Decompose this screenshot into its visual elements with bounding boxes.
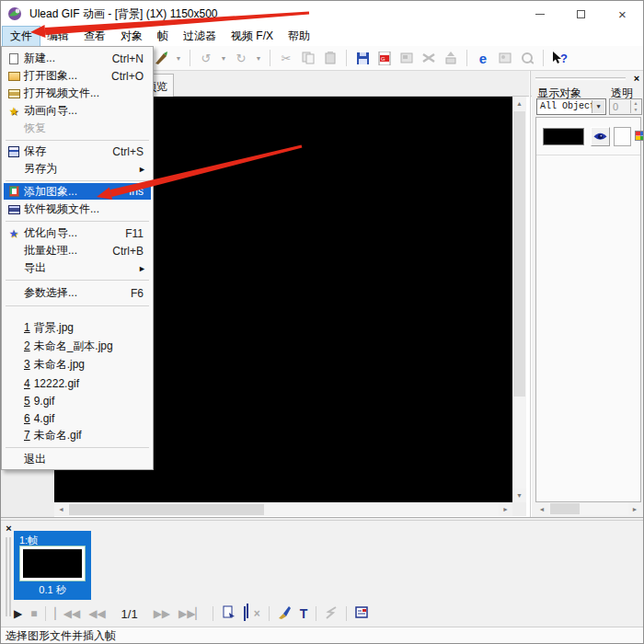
menu-item-exit[interactable]: 退出 [4, 451, 151, 468]
vertical-scrollbar-thumb[interactable] [513, 111, 525, 397]
window-title: Ulead GIF 动画 - [背景] (1X) 1150x500 [29, 6, 218, 22]
menu-item-save[interactable]: 保存 Ctrl+S [4, 143, 151, 160]
duplicate-frame-icon[interactable] [244, 607, 246, 620]
panel-scrollbar-thumb[interactable] [550, 503, 580, 514]
first-frame-button[interactable]: ▏◀◀ [54, 607, 80, 620]
scroll-down-icon[interactable]: ▼ [512, 489, 526, 502]
transparency-spinbox[interactable]: 0 ▲▼ [609, 98, 642, 115]
scroll-up-icon[interactable]: ▲ [512, 97, 526, 110]
object-filter-dropdown[interactable]: All Object: ▼ [536, 98, 606, 115]
frame-properties-icon[interactable] [397, 49, 416, 67]
panel-grip[interactable] [535, 77, 626, 80]
panel-scroll-left-icon[interactable]: ◄ [535, 502, 548, 515]
previous-frame-button[interactable]: ◀◀ [88, 607, 105, 620]
save-frame-icon[interactable] [353, 49, 372, 67]
frame-properties-button-icon[interactable] [355, 605, 369, 622]
undo-icon[interactable]: ↺ [197, 49, 215, 67]
panel-scroll-right-icon[interactable]: ► [628, 502, 641, 515]
cut-icon[interactable]: ✂ [277, 49, 295, 67]
redo-icon[interactable]: ↻ [232, 49, 250, 67]
next-frame-button[interactable]: ▶▶ [154, 607, 170, 620]
horizontal-scrollbar-thumb[interactable] [69, 504, 264, 515]
recent-file-6[interactable]: 64.gif [4, 409, 151, 427]
menu-frame[interactable]: 帧 [150, 27, 176, 46]
recent-file-3[interactable]: 3未命名.jpg [4, 356, 151, 374]
menu-item-open-image[interactable]: 打开图象... Ctrl+O [4, 67, 151, 85]
maximize-button[interactable] [560, 1, 602, 27]
scrollbar-corner [512, 502, 526, 516]
menu-view[interactable]: 查看 [76, 27, 113, 46]
menu-help[interactable]: 帮助 [281, 27, 317, 46]
shuffle-icon[interactable] [420, 49, 438, 67]
scroll-left-icon[interactable]: ◄ [54, 502, 68, 516]
panel-close-icon[interactable]: × [631, 73, 642, 84]
scroll-right-icon[interactable]: ► [499, 502, 512, 516]
menu-item-add-image[interactable]: 添加图象... Ins [4, 183, 151, 200]
palette-icon[interactable] [635, 131, 644, 141]
text-banner-icon[interactable]: T [300, 606, 308, 621]
export-up-icon[interactable] [442, 49, 460, 67]
menu-file[interactable]: 文件 [3, 27, 40, 46]
help-pointer-icon[interactable]: ? [550, 49, 569, 67]
recent-file-7[interactable]: 7未命名.gif [4, 427, 151, 444]
play-button[interactable]: ▶ [14, 607, 22, 620]
recent-file-4[interactable]: 412222.gif [4, 374, 151, 392]
close-button[interactable]: × [602, 1, 643, 27]
frame-panel-grip[interactable] [6, 537, 11, 616]
menu-object[interactable]: 对象 [113, 27, 150, 46]
menu-item-revert[interactable]: 恢复 [4, 120, 151, 137]
playbar-separator [316, 606, 316, 621]
delete-frame-icon[interactable]: × [254, 607, 260, 620]
menu-filters[interactable]: 过滤器 [176, 27, 224, 46]
menu-separator [6, 447, 149, 448]
selection-tool-icon[interactable] [152, 49, 170, 67]
menu-item-new[interactable]: 新建... Ctrl+N [4, 50, 151, 67]
menu-item-save-as[interactable]: 另存为 ► [4, 160, 151, 178]
add-frame-icon[interactable] [222, 605, 236, 622]
playback-toolbar: ▶ ■ ▏◀◀ ◀◀ 1/1 ▶▶ ▶▶▏ × T [14, 603, 369, 625]
stop-button[interactable]: ■ [30, 607, 37, 620]
frame-1-item[interactable]: 1:帧 0.1 秒 [14, 531, 91, 600]
title-bar[interactable]: Ulead GIF 动画 - [背景] (1X) 1150x500 × [1, 1, 643, 27]
menu-separator [6, 140, 149, 141]
paint-frame-icon[interactable] [278, 605, 292, 622]
menu-item-open-video[interactable]: 打开视频文件... [4, 85, 151, 102]
tween-icon[interactable] [325, 606, 338, 622]
submenu-arrow-icon: ► [138, 165, 146, 174]
dropdown-arrow-icon[interactable]: ▼ [592, 100, 604, 113]
playbar-separator [346, 606, 347, 621]
optimize-wizard-icon [4, 227, 24, 240]
visibility-toggle[interactable] [591, 127, 610, 146]
menu-bar: 文件 编辑 查看 对象 帧 过滤器 视频 F/X 帮助 [1, 27, 643, 46]
plugin-icon[interactable] [518, 49, 536, 67]
redo-dropdown-icon[interactable]: ▼ [254, 55, 263, 62]
last-frame-button[interactable]: ▶▶▏ [178, 607, 204, 620]
menu-item-preferences[interactable]: 参数选择... F6 [4, 284, 151, 302]
menu-item-optimize-wizard[interactable]: 优化向导... F11 [4, 224, 151, 242]
tool-dropdown-icon[interactable]: ▼ [174, 55, 183, 62]
playbar-separator [269, 606, 270, 621]
menu-item-animation-wizard[interactable]: 动画向导... [4, 102, 151, 120]
menu-item-add-video[interactable]: 软件视频文件... [4, 201, 151, 218]
minimize-button[interactable] [519, 1, 560, 27]
recent-file-2[interactable]: 2未命名_副本.jpg [4, 338, 151, 355]
recent-file-5[interactable]: 59.gif [4, 392, 151, 409]
gif-file-icon[interactable]: G [375, 49, 394, 67]
object-thumbnail[interactable] [543, 128, 584, 145]
copy-icon[interactable] [299, 49, 317, 67]
recent-file-1[interactable]: 1背景.jpg [4, 319, 151, 337]
spinner-arrows-icon[interactable]: ▲▼ [630, 100, 640, 113]
open-video-icon [4, 89, 24, 98]
menu-video-fx[interactable]: 视频 F/X [224, 27, 281, 46]
menu-item-export[interactable]: 导出 ► [4, 259, 151, 277]
panel-horizontal-scrollbar[interactable]: ◄ ► [535, 502, 641, 515]
frame-panel-close-icon[interactable]: × [4, 523, 14, 534]
undo-dropdown-icon[interactable]: ▼ [219, 55, 228, 62]
menu-item-batch-process[interactable]: 批量处理... Ctrl+B [4, 242, 151, 259]
frame-border-swatch[interactable] [614, 127, 631, 146]
image-viewer-icon[interactable] [496, 49, 514, 67]
browser-preview-icon[interactable]: e [474, 49, 492, 67]
paste-icon[interactable] [321, 49, 339, 67]
menu-edit[interactable]: 编辑 [40, 27, 76, 46]
panel-splitter[interactable] [529, 71, 531, 517]
